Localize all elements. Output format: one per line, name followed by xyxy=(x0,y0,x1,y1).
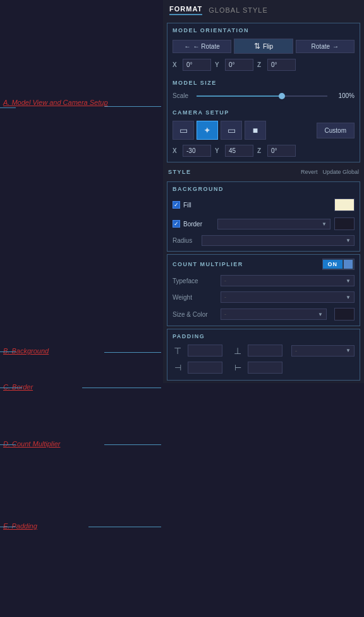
pad-top-value: - xyxy=(295,348,297,354)
toggle-slider-thumb xyxy=(344,260,353,269)
rotate-right-label: Rotate xyxy=(312,43,330,50)
cam-btn-custom[interactable]: Custom xyxy=(317,123,355,138)
typeface-label: Typeface xyxy=(173,278,217,284)
cam-y-input[interactable] xyxy=(225,145,253,157)
annotation-a: A. Model View and Camera Setup xyxy=(3,98,108,107)
scale-slider-track[interactable] xyxy=(197,95,327,97)
pad-right-input[interactable] xyxy=(248,362,282,374)
y-input[interactable] xyxy=(225,59,253,71)
scale-slider-fill xyxy=(197,95,282,97)
rotate-left-button[interactable]: ← ← Rotate xyxy=(173,40,231,53)
weight-label: Weight xyxy=(173,294,217,301)
z-input[interactable] xyxy=(267,59,296,71)
model-size-title: MODEL SIZE xyxy=(167,76,360,89)
typeface-arrow: ▼ xyxy=(346,278,351,284)
size-color-row: Size & Color - ▼ xyxy=(167,305,360,326)
cam-btn-cube2[interactable]: ✦ xyxy=(197,121,218,140)
update-global-button[interactable]: Update Global xyxy=(322,169,359,175)
pad-right-icon: ⊢ xyxy=(233,363,243,372)
camera-xyz-row: X Y Z xyxy=(167,142,360,162)
tab-format[interactable]: FORMAT xyxy=(169,5,202,15)
pad-top-icon: ⊤ xyxy=(173,346,183,356)
border-row: ✓ Border ▼ xyxy=(167,215,360,233)
cam-btn-cube3[interactable]: ▭ xyxy=(221,121,242,140)
flip-label: Flip xyxy=(263,43,273,50)
pad-left-input[interactable] xyxy=(188,362,222,374)
fill-checkbox[interactable]: ✓ xyxy=(173,201,180,209)
pad-top-dropdown[interactable]: - ▼ xyxy=(291,345,355,357)
size-color-dropdown[interactable]: - ▼ xyxy=(221,308,327,320)
border-checkbox[interactable]: ✓ xyxy=(173,220,180,228)
count-header-row: COUNT MULTIPLIER ON xyxy=(167,255,360,272)
cam-btn-cube1[interactable]: ▭ xyxy=(173,121,194,140)
size-color-label: Size & Color xyxy=(173,311,217,318)
model-size-row: Scale 100% xyxy=(167,89,360,106)
flip-icon: ⇅ xyxy=(254,42,260,51)
pad-bottom-icon: ⊥ xyxy=(233,346,243,356)
radius-row: Radius ▼ xyxy=(167,233,360,251)
fill-color-swatch[interactable] xyxy=(334,199,355,211)
model-orientation-title: MODEL ORIENTATION xyxy=(167,23,360,36)
fill-row: ✓ Fill xyxy=(167,195,360,215)
flip-button[interactable]: ⇅ Flip xyxy=(234,39,293,54)
border-color-swatch[interactable] xyxy=(334,217,355,230)
camera-setup-title: CAMERA SETUP xyxy=(167,106,360,118)
rotate-left-label: ← Rotate xyxy=(193,43,220,50)
border-dropdown-arrow: ▼ xyxy=(322,221,327,227)
size-color-swatch[interactable] xyxy=(334,308,355,321)
cam-z-input[interactable] xyxy=(267,145,296,157)
radius-dropdown-arrow: ▼ xyxy=(346,238,351,243)
orientation-buttons: ← ← Rotate ⇅ Flip Rotate → xyxy=(167,36,360,56)
rotate-right-arrow: → xyxy=(332,43,339,50)
weight-value: - xyxy=(224,294,226,300)
revert-button[interactable]: Revert xyxy=(301,169,318,175)
radius-label: Radius xyxy=(173,237,198,244)
tab-global-style[interactable]: GLOBAL STYLE xyxy=(209,6,268,14)
scale-percent: 100% xyxy=(332,92,355,99)
border-dropdown[interactable]: ▼ xyxy=(217,219,331,229)
orientation-xyz-row: X Y Z xyxy=(167,56,360,76)
border-checkbox-label[interactable]: ✓ Border xyxy=(173,220,214,228)
style-title: STYLE xyxy=(168,169,191,175)
size-color-arrow: ▼ xyxy=(318,312,323,317)
scale-slider-thumb[interactable] xyxy=(279,93,285,99)
cam-y-label: Y xyxy=(215,147,221,154)
style-actions: Revert Update Global xyxy=(301,169,359,175)
weight-dropdown[interactable]: - ▼ xyxy=(221,291,355,303)
toggle-on-track[interactable]: ON xyxy=(322,259,355,270)
typeface-value: - xyxy=(224,278,226,284)
background-title: BACKGROUND xyxy=(167,182,360,195)
pad-top-arrow: ▼ xyxy=(346,348,351,353)
model-orientation-section: MODEL ORIENTATION ← ← Rotate ⇅ Flip Rota… xyxy=(167,23,360,162)
padding-top-row: ⊤ ⊥ - ▼ xyxy=(167,342,360,359)
padding-lr-row: ⊣ ⊢ xyxy=(167,359,360,380)
toggle-on-label: ON xyxy=(323,260,343,269)
fill-checkbox-label[interactable]: ✓ Fill xyxy=(173,201,191,209)
cam-z-label: Z xyxy=(257,147,264,154)
cam-x-label: X xyxy=(173,147,179,154)
weight-arrow: ▼ xyxy=(346,295,351,300)
count-multiplier-section: COUNT MULTIPLIER ON Typeface - ▼ Weight … xyxy=(167,254,360,326)
y-label: Y xyxy=(215,61,221,68)
count-title: COUNT MULTIPLIER xyxy=(173,261,243,267)
x-label: X xyxy=(173,61,179,68)
typeface-dropdown[interactable]: - ▼ xyxy=(221,275,355,286)
pad-left-icon: ⊣ xyxy=(173,363,183,372)
style-header: STYLE Revert Update Global xyxy=(163,165,364,179)
cam-btn-square[interactable]: ■ xyxy=(245,121,266,140)
pad-bottom-input[interactable] xyxy=(248,345,282,357)
header-tabs: FORMAT GLOBAL STYLE xyxy=(163,0,364,20)
typeface-row: Typeface - ▼ xyxy=(167,272,360,289)
z-label: Z xyxy=(257,61,264,68)
radius-dropdown[interactable]: ▼ xyxy=(202,235,355,246)
x-input[interactable] xyxy=(183,59,211,71)
size-color-value: - xyxy=(224,311,226,317)
pad-top-input[interactable] xyxy=(188,345,222,357)
padding-section: PADDING ⊤ ⊥ - ▼ ⊣ ⊢ xyxy=(167,329,360,381)
border-label: Border xyxy=(183,221,202,228)
camera-buttons-row: ▭ ✦ ▭ ■ Custom xyxy=(167,118,360,142)
rotate-right-button[interactable]: Rotate → xyxy=(296,40,355,53)
cam-x-input[interactable] xyxy=(183,145,211,157)
background-section: BACKGROUND ✓ Fill ✓ Border ▼ xyxy=(167,181,360,252)
rotate-left-arrow: ← xyxy=(185,43,191,50)
